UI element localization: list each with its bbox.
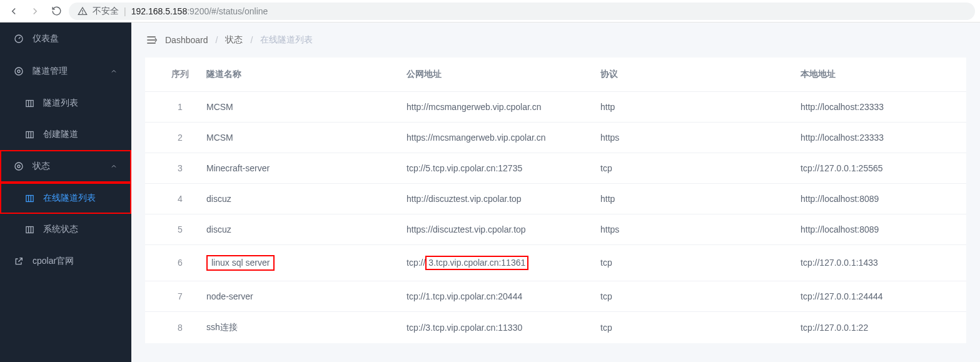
- cell-url: https://mcsmangerweb.vip.cpolar.cn: [402, 123, 595, 153]
- list-icon: [25, 130, 34, 139]
- topbar: Dashboard / 状态 / 在线隧道列表: [131, 23, 980, 58]
- cell-url: http://mcsmangerweb.vip.cpolar.cn: [402, 92, 595, 123]
- tunnel-table: 序列 隧道名称 公网地址 协议 本地地址 1MCSMhttp://mcsmang…: [145, 58, 966, 343]
- sidebar-item-status[interactable]: 状态: [0, 150, 131, 183]
- sidebar-item-dashboard[interactable]: 仪表盘: [0, 23, 131, 55]
- table-row[interactable]: 2MCSMhttps://mcsmangerweb.vip.cpolar.cnh…: [145, 123, 966, 153]
- table-row[interactable]: 5discuzhttps://discuztest.vip.cpolar.top…: [145, 214, 966, 245]
- cell-seq: 1: [145, 92, 201, 123]
- col-header-url: 公网地址: [402, 58, 595, 92]
- cell-proto: tcp: [595, 281, 796, 311]
- tunnel-icon: [14, 66, 24, 76]
- table-row[interactable]: 4discuzhttp://discuztest.vip.cpolar.toph…: [145, 184, 966, 214]
- menu-toggle-icon[interactable]: [145, 34, 158, 46]
- browser-chrome: 不安全 | 192.168.5.158:9200/#/status/online: [0, 0, 980, 23]
- svg-point-1: [83, 13, 83, 14]
- cell-name: discuz: [201, 214, 402, 245]
- cell-seq: 3: [145, 153, 201, 184]
- table-row[interactable]: 6linux sql servertcp://3.tcp.vip.cpolar.…: [145, 245, 966, 281]
- col-header-local: 本地地址: [796, 58, 966, 92]
- cell-url: tcp://1.tcp.vip.cpolar.cn:20444: [402, 281, 595, 311]
- sidebar-item-online-tunnels[interactable]: 在线隧道列表: [0, 183, 131, 214]
- table-header-row: 序列 隧道名称 公网地址 协议 本地地址: [145, 58, 966, 92]
- cell-local: http://localhost:8089: [796, 214, 966, 245]
- browser-reload-button[interactable]: [48, 3, 65, 20]
- cell-url: tcp://3.tcp.vip.cpolar.cn:11330: [402, 311, 595, 343]
- insecure-warning-icon: [78, 6, 88, 16]
- sidebar-item-label: cpolar官网: [33, 256, 118, 267]
- breadcrumb-status[interactable]: 状态: [225, 34, 243, 46]
- cell-proto: http: [595, 184, 796, 214]
- cell-url: https://discuztest.vip.cpolar.top: [402, 214, 595, 245]
- sidebar-item-system-status[interactable]: 系统状态: [0, 214, 131, 245]
- cell-seq: 7: [145, 281, 201, 311]
- cell-name: ssh连接: [201, 311, 402, 343]
- col-header-name: 隧道名称: [201, 58, 402, 92]
- breadcrumb-sep: /: [216, 35, 218, 45]
- svg-rect-5: [26, 100, 33, 106]
- insecure-label: 不安全: [93, 6, 119, 17]
- sidebar-item-label: 隧道管理: [33, 66, 101, 77]
- cell-local: http://localhost:8089: [796, 184, 966, 214]
- cell-local: http://localhost:23333: [796, 92, 966, 123]
- cell-name: MCSM: [201, 123, 402, 153]
- sidebar-item-label: 在线隧道列表: [43, 193, 118, 204]
- sidebar-item-label: 状态: [33, 161, 101, 172]
- browser-forward-button[interactable]: [26, 3, 44, 20]
- cell-name: discuz: [201, 184, 402, 214]
- browser-back-button[interactable]: [5, 3, 23, 20]
- sidebar-item-tunnel-management[interactable]: 隧道管理: [0, 55, 131, 88]
- browser-nav: [5, 3, 65, 20]
- cell-proto: tcp: [595, 311, 796, 343]
- cell-local: http://localhost:23333: [796, 123, 966, 153]
- cell-name: linux sql server: [201, 245, 402, 281]
- sidebar-item-label: 系统状态: [43, 224, 118, 235]
- list-icon: [25, 225, 34, 234]
- svg-point-3: [15, 68, 23, 75]
- url-separator: |: [124, 6, 126, 16]
- cell-url: tcp://3.tcp.vip.cpolar.cn:11361: [402, 245, 595, 281]
- sidebar-item-label: 创建隧道: [43, 129, 118, 140]
- cell-name: Minecraft-server: [201, 153, 402, 184]
- breadcrumb-dashboard[interactable]: Dashboard: [165, 35, 208, 45]
- dashboard-icon: [14, 34, 24, 44]
- cell-proto: https: [595, 214, 796, 245]
- cell-url: tcp://5.tcp.vip.cpolar.cn:12735: [402, 153, 595, 184]
- status-icon: [14, 161, 24, 171]
- table-row[interactable]: 1MCSMhttp://mcsmangerweb.vip.cpolar.cnht…: [145, 92, 966, 123]
- col-header-proto: 协议: [595, 58, 796, 92]
- sidebar-item-cpolar-website[interactable]: cpolar官网: [0, 245, 131, 278]
- svg-rect-8: [26, 131, 33, 138]
- cell-seq: 4: [145, 184, 201, 214]
- sidebar-item-create-tunnel[interactable]: 创建隧道: [0, 119, 131, 150]
- cell-seq: 6: [145, 245, 201, 281]
- cell-proto: https: [595, 123, 796, 153]
- sidebar-item-label: 仪表盘: [33, 33, 118, 44]
- breadcrumb-sep: /: [250, 35, 253, 45]
- svg-rect-16: [26, 226, 33, 233]
- browser-url-bar[interactable]: 不安全 | 192.168.5.158:9200/#/status/online: [69, 3, 975, 20]
- url-text: 192.168.5.158:9200/#/status/online: [131, 6, 268, 16]
- sidebar-item-label: 隧道列表: [43, 98, 118, 109]
- cell-name: MCSM: [201, 92, 402, 123]
- table-row[interactable]: 8ssh连接tcp://3.tcp.vip.cpolar.cn:11330tcp…: [145, 311, 966, 343]
- col-header-seq: 序列: [145, 58, 201, 92]
- list-icon: [25, 194, 34, 203]
- cell-local: tcp://127.0.0.1:1433: [796, 245, 966, 281]
- breadcrumb-current: 在线隧道列表: [260, 34, 313, 46]
- cell-name: node-server: [201, 281, 402, 311]
- table-row[interactable]: 3Minecraft-servertcp://5.tcp.vip.cpolar.…: [145, 153, 966, 184]
- table-row[interactable]: 7node-servertcp://1.tcp.vip.cpolar.cn:20…: [145, 281, 966, 311]
- cell-proto: tcp: [595, 245, 796, 281]
- chevron-up-icon: [110, 68, 118, 75]
- cell-seq: 5: [145, 214, 201, 245]
- chevron-up-icon: [110, 163, 118, 170]
- svg-rect-13: [26, 195, 33, 201]
- external-link-icon: [14, 256, 24, 266]
- sidebar: 仪表盘 隧道管理 隧道列表 创建隧道 状态 在线隧道列表 系统状态: [0, 23, 131, 362]
- sidebar-item-tunnel-list[interactable]: 隧道列表: [0, 88, 131, 119]
- cell-proto: tcp: [595, 153, 796, 184]
- svg-point-11: [15, 163, 23, 170]
- main-content: Dashboard / 状态 / 在线隧道列表 序列 隧道名称 公网地址 协议 …: [131, 23, 980, 362]
- cell-seq: 2: [145, 123, 201, 153]
